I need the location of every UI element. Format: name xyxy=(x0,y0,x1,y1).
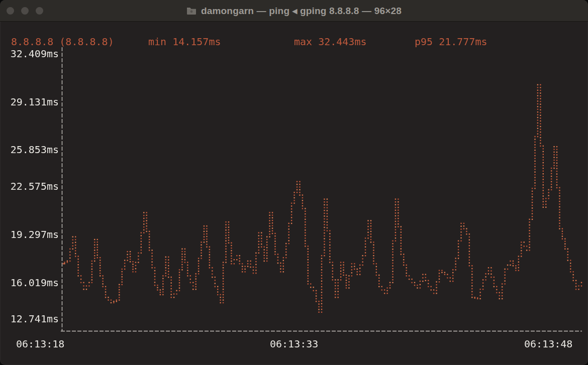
latency-chart xyxy=(0,0,588,365)
folder-icon xyxy=(186,7,197,15)
y-axis-tick-label: 22.575ms xyxy=(0,180,59,192)
stat-p95-label: p95 21.777ms xyxy=(415,36,487,48)
window-title: damongarn — ping ◂ gping 8.8.8.8 — 96×28 xyxy=(201,5,402,17)
traffic-lights xyxy=(7,0,43,21)
x-axis-tick-label: 06:13:33 xyxy=(270,338,318,350)
close-button[interactable] xyxy=(7,7,14,15)
y-axis-tick-label: 19.297ms xyxy=(0,228,59,240)
stat-min-label: min 14.157ms xyxy=(148,36,221,48)
x-axis-tick-label: 06:13:18 xyxy=(16,338,64,350)
zoom-button[interactable] xyxy=(36,7,43,15)
terminal-window: damongarn — ping ◂ gping 8.8.8.8 — 96×28… xyxy=(0,0,588,365)
title-bar: damongarn — ping ◂ gping 8.8.8.8 — 96×28 xyxy=(0,0,588,22)
stat-max-label: max 32.443ms xyxy=(294,36,367,48)
y-axis-tick-label: 12.741ms xyxy=(0,313,59,325)
y-axis-tick-label: 16.019ms xyxy=(0,277,59,289)
x-axis-tick-label: 06:13:48 xyxy=(524,338,572,350)
target-host-label: 8.8.8.8 (8.8.8.8) xyxy=(11,36,114,48)
minimize-button[interactable] xyxy=(21,7,29,15)
y-axis-tick-label: 32.409ms xyxy=(0,48,59,60)
title-group: damongarn — ping ◂ gping 8.8.8.8 — 96×28 xyxy=(186,5,402,17)
y-axis-tick-label: 29.131ms xyxy=(0,96,59,108)
y-axis-tick-label: 25.853ms xyxy=(0,144,59,156)
